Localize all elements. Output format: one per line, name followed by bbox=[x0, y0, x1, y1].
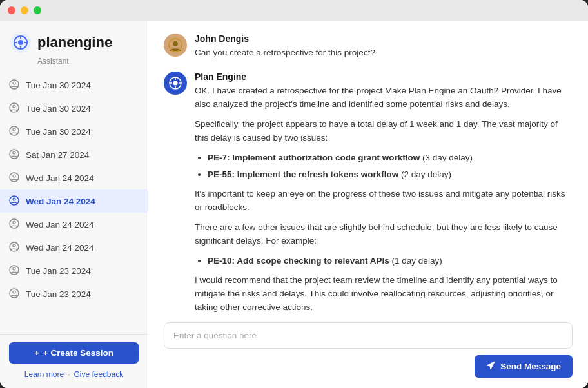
message-paragraph-0: OK. I have created a retrospective for t… bbox=[195, 84, 573, 112]
app-body: planengine Assistant Tue Jan 30 2024 Tue… bbox=[0, 21, 588, 388]
sidebar-item-4[interactable]: Sat Jan 27 2024 bbox=[0, 143, 148, 166]
message-sender-msg-2: Plan Engine bbox=[195, 72, 573, 82]
sidebar-item-icon-1 bbox=[9, 79, 21, 91]
close-button[interactable] bbox=[8, 6, 15, 14]
sidebar-subtitle: Assistant bbox=[0, 55, 148, 73]
sidebar-links: Learn more · Give feedback bbox=[9, 370, 139, 379]
svg-point-29 bbox=[173, 81, 178, 85]
svg-point-17 bbox=[13, 198, 15, 200]
chat-input[interactable] bbox=[164, 323, 572, 348]
sidebar-item-6[interactable]: Wed Jan 24 2024 bbox=[0, 189, 148, 213]
create-session-label: + Create Session bbox=[43, 348, 113, 358]
plus-icon: + bbox=[34, 348, 39, 358]
send-btn-row: Send Message bbox=[164, 355, 573, 378]
svg-point-19 bbox=[13, 221, 15, 224]
message-content-msg-2: Plan EngineOK. I have created a retrospe… bbox=[195, 72, 573, 315]
logo-icon bbox=[10, 32, 31, 53]
sidebar-item-label-3: Tue Jan 30 2024 bbox=[26, 127, 91, 137]
message-sender-msg-1: John Dengis bbox=[195, 34, 573, 44]
message-msg-2: Plan EngineOK. I have created a retrospe… bbox=[164, 72, 573, 315]
chat-main: John DengisCan you create a retrospectiv… bbox=[148, 21, 588, 388]
send-button-label: Send Message bbox=[500, 362, 561, 371]
sidebar-item-label-1: Tue Jan 30 2024 bbox=[26, 81, 91, 90]
sidebar-item-label-6: Wed Jan 24 2024 bbox=[26, 197, 95, 206]
bullet-item-1-1: PE-55: Implement the refresh tokens work… bbox=[208, 168, 573, 181]
bullet-item-1-0: PE-7: Implement authorization code grant… bbox=[208, 151, 573, 164]
dot-separator: · bbox=[68, 370, 70, 379]
svg-point-26 bbox=[173, 41, 178, 46]
give-feedback-link[interactable]: Give feedback bbox=[74, 370, 124, 379]
message-content-msg-1: John DengisCan you create a retrospectiv… bbox=[195, 34, 573, 60]
message-text-msg-2: OK. I have created a retrospective for t… bbox=[195, 84, 573, 315]
app-window: planengine Assistant Tue Jan 30 2024 Tue… bbox=[0, 0, 588, 388]
send-button[interactable]: Send Message bbox=[475, 355, 573, 378]
minimize-button[interactable] bbox=[21, 6, 28, 14]
svg-point-25 bbox=[13, 291, 15, 293]
sidebar-item-icon-8 bbox=[9, 242, 21, 253]
bullet-item-2-0: PE-10: Add scope checking to relevant AP… bbox=[208, 255, 573, 267]
bullet-list-2: PE-10: Add scope checking to relevant AP… bbox=[195, 255, 573, 267]
sidebar-item-7[interactable]: Wed Jan 24 2024 bbox=[0, 213, 148, 236]
sidebar-item-9[interactable]: Tue Jan 23 2024 bbox=[0, 259, 148, 282]
svg-point-13 bbox=[13, 151, 15, 154]
avatar-msg-2 bbox=[164, 72, 187, 95]
logo-text: planengine bbox=[37, 34, 112, 51]
sidebar-item-label-8: Wed Jan 24 2024 bbox=[26, 243, 94, 253]
sidebar-bottom: + + Create Session Learn more · Give fee… bbox=[0, 334, 148, 388]
sidebar-item-icon-10 bbox=[9, 288, 21, 300]
sidebar-item-icon-9 bbox=[9, 265, 21, 276]
message-text-msg-1: Can you create a retrospective for this … bbox=[195, 46, 573, 60]
sidebar-item-1[interactable]: Tue Jan 30 2024 bbox=[0, 73, 148, 97]
learn-more-link[interactable]: Learn more bbox=[24, 370, 64, 379]
sidebar-item-label-10: Tue Jan 23 2024 bbox=[26, 289, 91, 299]
svg-point-11 bbox=[13, 128, 15, 131]
svg-point-21 bbox=[13, 244, 15, 247]
avatar-msg-1 bbox=[164, 34, 187, 57]
sidebar-item-icon-3 bbox=[9, 126, 21, 137]
send-icon bbox=[486, 361, 495, 372]
sidebar-item-8[interactable]: Wed Jan 24 2024 bbox=[0, 236, 148, 259]
message-paragraph-6: I would recommend that the project team … bbox=[195, 274, 573, 315]
sidebar-item-label-2: Tue Jan 30 2024 bbox=[26, 104, 91, 113]
sidebar-item-3[interactable]: Tue Jan 30 2024 bbox=[0, 120, 148, 143]
sidebar-item-label-9: Tue Jan 23 2024 bbox=[26, 266, 91, 276]
chat-input-wrapper bbox=[164, 322, 573, 349]
sidebar-item-label-5: Wed Jan 24 2024 bbox=[26, 173, 94, 183]
chat-messages: John DengisCan you create a retrospectiv… bbox=[148, 21, 588, 315]
message-paragraph-3: It's important to keep an eye on the pro… bbox=[195, 188, 573, 215]
svg-point-1 bbox=[18, 40, 23, 45]
sidebar-item-2[interactable]: Tue Jan 30 2024 bbox=[0, 97, 148, 120]
maximize-button[interactable] bbox=[34, 6, 41, 14]
message-msg-1: John DengisCan you create a retrospectiv… bbox=[164, 34, 573, 60]
message-paragraph-4: There are a few other issues that are sl… bbox=[195, 221, 573, 248]
svg-point-15 bbox=[13, 175, 15, 177]
sidebar-item-label-4: Sat Jan 27 2024 bbox=[26, 150, 89, 160]
sidebar-logo: planengine bbox=[0, 21, 148, 55]
title-bar bbox=[0, 0, 588, 21]
sidebar-item-icon-6 bbox=[9, 195, 21, 207]
chat-input-area: Send Message bbox=[148, 315, 588, 388]
svg-point-23 bbox=[13, 267, 15, 270]
svg-point-7 bbox=[13, 82, 15, 84]
sidebar-item-10[interactable]: Tue Jan 23 2024 bbox=[0, 282, 148, 306]
bullet-list-1: PE-7: Implement authorization code grant… bbox=[195, 151, 573, 182]
sidebar: planengine Assistant Tue Jan 30 2024 Tue… bbox=[0, 21, 148, 388]
sidebar-item-icon-5 bbox=[9, 172, 21, 184]
sidebar-item-icon-7 bbox=[9, 218, 21, 230]
create-session-button[interactable]: + + Create Session bbox=[9, 342, 139, 364]
sidebar-item-5[interactable]: Wed Jan 24 2024 bbox=[0, 166, 148, 189]
svg-point-9 bbox=[13, 105, 15, 108]
sidebar-item-icon-2 bbox=[9, 102, 21, 114]
sidebar-list: Tue Jan 30 2024 Tue Jan 30 2024 Tue Jan … bbox=[0, 73, 148, 334]
sidebar-item-icon-4 bbox=[9, 149, 21, 160]
message-paragraph-1: Specifically, the project appears to hav… bbox=[195, 118, 573, 145]
message-paragraph: Can you create a retrospective for this … bbox=[195, 46, 573, 60]
sidebar-item-label-7: Wed Jan 24 2024 bbox=[26, 220, 94, 229]
